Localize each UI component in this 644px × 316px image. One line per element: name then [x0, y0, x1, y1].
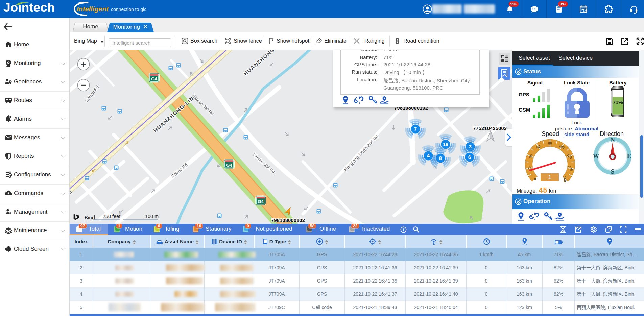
- svg-text:W: W: [593, 152, 599, 160]
- svg-text:G4: G4: [151, 76, 157, 81]
- svg-text:N: N: [610, 136, 615, 143]
- svg-text:250 feet: 250 feet: [103, 214, 120, 219]
- svg-text:71%: 71%: [613, 99, 623, 105]
- svg-text:18: 18: [443, 142, 448, 147]
- svg-text:6: 6: [468, 154, 471, 160]
- svg-text:7: 7: [414, 126, 417, 132]
- svg-text:8: 8: [439, 155, 442, 161]
- svg-text:E: E: [627, 152, 631, 160]
- svg-text:S: S: [611, 168, 615, 175]
- svg-text:160: 160: [563, 176, 567, 182]
- svg-text:775210425003: 775210425003: [473, 125, 507, 131]
- svg-text:G4: G4: [258, 199, 264, 204]
- svg-text:100 m: 100 m: [145, 214, 159, 219]
- svg-text:G4: G4: [226, 163, 232, 168]
- svg-text:3: 3: [469, 144, 472, 149]
- svg-text:4: 4: [427, 153, 430, 159]
- svg-text:80: 80: [548, 141, 552, 145]
- svg-text:798108000102: 798108000102: [271, 217, 305, 223]
